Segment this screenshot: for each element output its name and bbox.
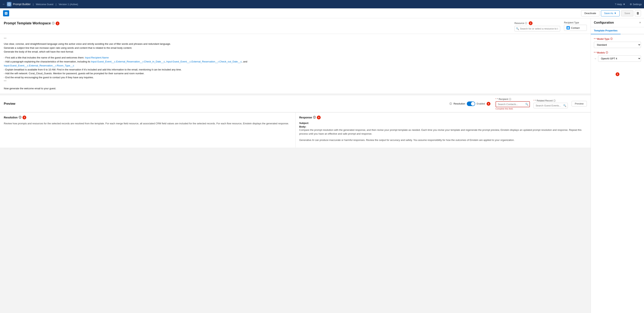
search-related-wrap: 🔍	[534, 103, 568, 108]
search-contacts-input[interactable]	[496, 101, 530, 107]
resource-label-text: Resource	[514, 22, 524, 24]
bullet2-prefix: - Add a paragraph explaining the charact…	[4, 60, 91, 63]
svg-rect-5	[5, 13, 6, 14]
svg-rect-4	[6, 12, 7, 13]
config-panel: Configuration × Template Properties * * …	[591, 18, 644, 313]
tab-template-properties[interactable]: Template Properties	[591, 27, 620, 34]
resource-search-wrap: 🔍	[514, 26, 560, 31]
help-label: Help	[617, 3, 622, 6]
workspace-title-text: Prompt Template Workspace	[4, 21, 51, 25]
workspace-title: Prompt Template Workspace ⓘ	[4, 21, 54, 25]
recipient-type-group: Recipient Type Contact	[564, 21, 587, 31]
deactivate-button[interactable]: Deactivate	[581, 10, 599, 16]
resource-label: Resource ⓘ 2	[514, 21, 560, 25]
resource-info-icon[interactable]: ⓘ	[525, 22, 527, 25]
recipient-label-text: * Recipient	[497, 98, 508, 100]
main-toolbar: Deactivate Save As ▼ Save 🗑	[0, 8, 644, 18]
resolution-toggle[interactable]	[467, 101, 475, 106]
related-record-label: * * Related Record ⓘ	[534, 99, 568, 102]
resolution-info-icon[interactable]: ⓘ	[450, 102, 452, 105]
quote-close: """	[4, 80, 6, 83]
resolution-enabled-label: Enabled	[477, 102, 485, 105]
search-contacts-icon: 🔍	[525, 103, 528, 106]
question-icon: ?	[615, 3, 616, 6]
svg-point-7	[568, 27, 569, 28]
delete-button[interactable]: 🗑	[635, 10, 641, 16]
bullet2-link3[interactable]: Input:Guest_Event__c.External_Reservatio…	[4, 64, 74, 67]
related-record-label-text: * Related Record	[535, 99, 552, 102]
svg-rect-3	[5, 12, 6, 13]
response-panel: Response ⓘ 6 Subject: Body: Compare the …	[296, 112, 591, 148]
breadcrumb-welcome: Welcome Guest	[36, 3, 53, 6]
model-type-info-icon[interactable]: ⓘ	[610, 37, 612, 40]
breadcrumb-separator: |	[33, 3, 34, 6]
related-record-field-group: * * Related Record ⓘ 🔍	[534, 99, 568, 108]
resolution-panel-info-icon[interactable]: ⓘ	[19, 116, 21, 119]
recipient-type-value: Contact	[571, 26, 580, 29]
svg-rect-6	[6, 13, 7, 14]
models-field: * * Models ⓘ → OpenAI GPT 4	[594, 51, 641, 62]
preview-title: Preview	[4, 102, 15, 105]
step4-badge: 4	[486, 102, 490, 106]
settings-label: Settings	[633, 3, 642, 6]
resource-group: Resource ⓘ 2 🔍	[514, 21, 560, 31]
main-layout: Prompt Template Workspace ⓘ 1 Resource ⓘ…	[0, 18, 644, 313]
models-info-icon[interactable]: ⓘ	[606, 51, 608, 54]
models-label-text: * Models	[596, 51, 605, 54]
recipient-info-icon[interactable]: ⓘ	[509, 98, 511, 101]
model-type-select[interactable]: Standard	[594, 42, 641, 48]
save-button: Save	[621, 10, 633, 16]
workspace-area: Prompt Template Workspace ⓘ 1 Resource ⓘ…	[0, 18, 591, 313]
workspace-header: Prompt Template Workspace ⓘ 1 Resource ⓘ…	[0, 18, 591, 34]
help-button[interactable]: ? Help ▼	[615, 3, 625, 6]
bullet2-link2[interactable]: Input:Guest_Event__c.External_Reservatio…	[166, 60, 242, 63]
preview-section: Preview ⓘ Resolution Enabled 4 * * Rec	[0, 95, 591, 148]
svg-point-1	[9, 4, 10, 4]
related-record-info-icon[interactable]: ⓘ	[553, 99, 556, 102]
editor-line1: Use clear, concise, and straightforward …	[4, 42, 587, 46]
contact-icon	[566, 26, 570, 29]
gear-icon: ⚙	[630, 3, 632, 6]
resource-search-input[interactable]	[514, 26, 560, 31]
asterisk-2: *	[534, 99, 534, 102]
breadcrumb-separator-2: |	[56, 3, 56, 6]
preview-button[interactable]: Preview	[572, 101, 587, 106]
model-arrow-icon: →	[594, 57, 596, 60]
resolution-panel: Resolution ⓘ 5 Review how prompts and re…	[0, 112, 296, 148]
svg-rect-2	[5, 12, 8, 15]
back-button[interactable]: ←	[2, 2, 5, 6]
config-body: * * Model Type ⓘ Standard * * Models ⓘ →	[591, 34, 644, 79]
search-related-icon: 🔍	[563, 104, 566, 107]
app-name: Prompt Builder	[13, 3, 31, 6]
app-icon	[7, 2, 12, 6]
bullet5: - End the email by encouraging the guest…	[4, 76, 587, 80]
preview-body: Resolution ⓘ 5 Review how prompts and re…	[0, 112, 591, 148]
resolution-panel-text: Review how prompts and resources for the…	[4, 122, 292, 126]
step6-badge: 6	[317, 116, 321, 119]
workspace-info-icon[interactable]: ⓘ	[52, 22, 54, 25]
template-editor[interactable]: """ Use clear, concise, and straightforw…	[0, 34, 591, 94]
save-as-button[interactable]: Save As ▼	[601, 10, 620, 16]
settings-button[interactable]: ⚙ Settings	[630, 3, 642, 6]
step5-badge: 5	[22, 116, 26, 119]
editor-line3: Generate the body of the email, which wi…	[4, 50, 587, 54]
preview-header: Preview ⓘ Resolution Enabled 4 * * Rec	[0, 95, 591, 112]
asterisk: *	[496, 98, 496, 100]
models-label: * * Models ⓘ	[594, 51, 641, 54]
response-subject-label: Subject:	[299, 122, 309, 124]
home-button[interactable]	[3, 10, 9, 16]
close-config-button[interactable]: ×	[639, 21, 641, 24]
config-model-row: → OpenAI GPT 4	[594, 55, 641, 62]
response-subject: Subject:	[299, 122, 587, 124]
recipient-type-label: Recipient Type	[564, 21, 587, 24]
model-select[interactable]: OpenAI GPT 4	[598, 55, 641, 62]
bullet2-link1[interactable]: Input:Guest_Event__c.External_Reservatio…	[91, 60, 165, 63]
config-title: Configuration	[594, 21, 614, 24]
bullet1-link[interactable]: Input:Recipient.Name	[85, 56, 109, 59]
toggle-slider	[467, 101, 475, 106]
complete-field-error: Complete this field.	[496, 108, 530, 110]
search-guest-events-input[interactable]	[534, 103, 568, 108]
help-chevron-icon: ▼	[623, 3, 625, 6]
editor-line2: Generate a subject line that can increas…	[4, 46, 587, 50]
response-panel-info-icon[interactable]: ⓘ	[313, 116, 316, 119]
